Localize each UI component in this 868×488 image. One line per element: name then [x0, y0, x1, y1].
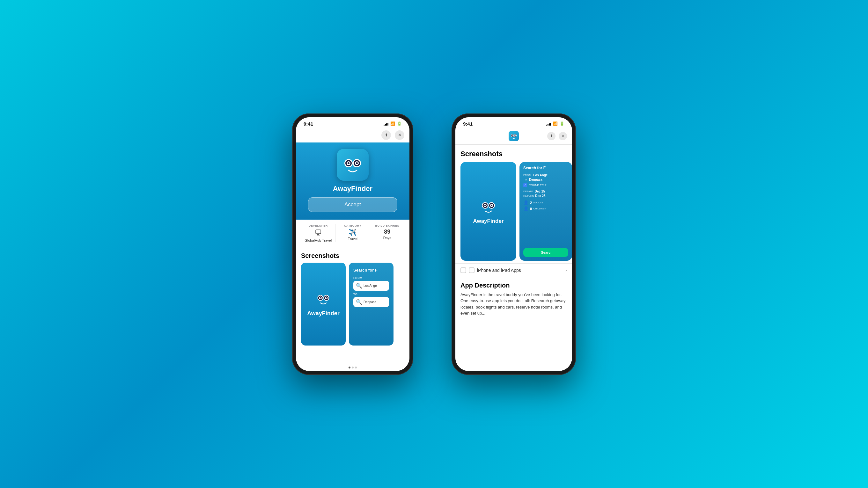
- wifi-icon-1: 📶: [390, 122, 395, 126]
- depart-label-2: DEPART: [523, 190, 533, 193]
- platform-checks: iPhone and iPad Apps: [461, 267, 521, 273]
- close-icon-2: ✕: [562, 134, 564, 138]
- app-description-text: AwayFinder is the travel buddy you've be…: [461, 292, 567, 317]
- screenshot-owl-icon-1: [315, 291, 331, 307]
- phone-2-screen: 9:41 📶 🔋: [455, 117, 572, 371]
- category-value: Travel: [348, 237, 358, 241]
- app-hero-1: AwayFinder Accept: [296, 142, 409, 220]
- children-value-2: 0: [530, 207, 532, 211]
- phone-1: 9:41 📶 🔋 ⬆ ✕: [292, 113, 413, 375]
- adults-label-2: ADULTS: [533, 201, 543, 204]
- status-bar-1: 9:41 📶 🔋: [296, 117, 409, 128]
- close-button-2[interactable]: ✕: [559, 132, 567, 140]
- from-label-s1: FROM: [353, 276, 389, 280]
- info-row-1: DEVELOPER GlobalHub Travel CATEGORY ✈️ T…: [296, 220, 409, 247]
- close-button-1[interactable]: ✕: [395, 130, 404, 140]
- status-icons-1: 📶 🔋: [383, 122, 402, 126]
- category-label: CATEGORY: [344, 224, 361, 227]
- ss-card-blue-2: AwayFinder: [461, 162, 516, 261]
- signal-icon-2: [546, 122, 551, 126]
- sheet-header-1: ⬆ ✕: [296, 128, 409, 142]
- svg-point-27: [515, 135, 515, 136]
- screenshot-card-search-1: Search for F FROM 🔍 Los Ange TO 🔍 Denpas…: [349, 263, 394, 346]
- to-value-2: Denpasa: [529, 178, 542, 182]
- category-icon: ✈️: [348, 229, 356, 236]
- children-label-2: CHILDREN: [533, 207, 546, 210]
- developer-value: GlobalHub Travel: [305, 238, 332, 242]
- close-icon-1: ✕: [398, 133, 401, 137]
- svg-point-19: [326, 297, 327, 298]
- ss-card-search-2: Search for F FROM Los Ange TO Denpasa ✓: [520, 162, 572, 261]
- dot-1: [348, 366, 350, 368]
- svg-point-35: [491, 205, 492, 206]
- from-input-s1: 🔍 Los Ange: [353, 281, 389, 291]
- content-scroll-2[interactable]: Screenshots: [455, 145, 572, 371]
- browser-chrome-2: ⬆ ✕: [455, 128, 572, 145]
- platform-chevron: ›: [565, 268, 567, 273]
- return-value-2: Dec 28: [535, 194, 545, 198]
- battery-icon-1: 🔋: [397, 122, 402, 126]
- svg-point-8: [356, 162, 358, 164]
- adults-value-2: 2: [530, 201, 532, 205]
- accept-button-1[interactable]: Accept: [308, 197, 397, 212]
- screenshots-title-1: Screenshots: [296, 247, 409, 263]
- from-value-2: Los Ange: [533, 173, 548, 177]
- status-icons-2: 📶 🔋: [546, 122, 564, 126]
- info-category: CATEGORY ✈️ Travel: [336, 224, 370, 242]
- svg-point-4: [348, 162, 349, 164]
- svg-point-23: [512, 135, 513, 136]
- status-time-1: 9:41: [304, 121, 313, 127]
- share-icon-2: ⬆: [550, 134, 553, 138]
- developer-icon: [314, 229, 322, 238]
- search-card-title-1: Search for F: [353, 268, 389, 272]
- ss-owl-svg-2: [479, 198, 497, 216]
- to-label-2: TO: [523, 178, 527, 181]
- dot-3: [355, 366, 357, 368]
- return-label-2: RETURN: [523, 194, 534, 197]
- dot-2: [352, 366, 354, 368]
- screenshot-app-name-1: AwayFinder: [307, 310, 340, 317]
- info-developer: DEVELOPER GlobalHub Travel: [301, 224, 336, 242]
- svg-rect-10: [317, 234, 319, 235]
- to-label-s1: TO: [353, 293, 389, 296]
- round-trip-checkbox: ✓: [523, 183, 527, 187]
- build-value: Days: [383, 236, 391, 240]
- to-input-s1: 🔍 Denpasa: [353, 297, 389, 307]
- svg-rect-9: [316, 230, 321, 234]
- app-description-section: App Description AwayFinder is the travel…: [455, 277, 572, 321]
- svg-rect-11: [317, 235, 320, 235]
- iphone-checkbox[interactable]: [461, 267, 466, 273]
- developer-label: DEVELOPER: [309, 224, 328, 227]
- share-button-1[interactable]: ⬆: [381, 130, 391, 140]
- round-trip-label: ROUND TRIP: [529, 184, 547, 187]
- app-icon-svg-1: [342, 154, 364, 176]
- ipad-checkbox[interactable]: [469, 267, 474, 273]
- status-time-2: 9:41: [463, 121, 473, 127]
- share-icon-1: ⬆: [384, 133, 388, 137]
- search-btn-partial: Searc: [523, 248, 568, 257]
- svg-point-15: [320, 297, 321, 298]
- svg-point-31: [485, 205, 486, 206]
- screenshots-title-2: Screenshots: [455, 145, 572, 162]
- status-bar-2: 9:41 📶 🔋: [455, 117, 572, 128]
- browser-owl-svg: [510, 132, 518, 140]
- platform-row-2[interactable]: iPhone and iPad Apps ›: [455, 263, 572, 277]
- phone-2: 9:41 📶 🔋: [452, 113, 576, 375]
- build-label: BUILD EXPIRES: [375, 224, 400, 227]
- phone-1-screen: 9:41 📶 🔋 ⬆ ✕: [296, 117, 409, 371]
- ss-app-name-2: AwayFinder: [473, 218, 503, 224]
- info-build: BUILD EXPIRES 89 Days: [370, 224, 404, 242]
- battery-icon-2: 🔋: [560, 122, 564, 126]
- from-label-2: FROM: [523, 174, 531, 176]
- app-name-large-1: AwayFinder: [333, 185, 372, 193]
- share-button-2[interactable]: ⬆: [547, 132, 556, 140]
- scroll-dots-1: [296, 364, 409, 371]
- screenshot-card-app-1: AwayFinder: [301, 263, 346, 346]
- screenshots-row-2: AwayFinder Search for F FROM Los Ange TO: [455, 162, 572, 261]
- app-icon-large-1: [337, 149, 369, 181]
- depart-value-2: Dec 15: [535, 190, 545, 193]
- app-description-title: App Description: [461, 282, 567, 289]
- round-trip-row: ✓ ROUND TRIP: [523, 183, 568, 187]
- screenshots-scroll-1[interactable]: AwayFinder Search for F FROM 🔍 Los Ange …: [296, 263, 409, 364]
- platform-label: iPhone and iPad Apps: [477, 268, 521, 273]
